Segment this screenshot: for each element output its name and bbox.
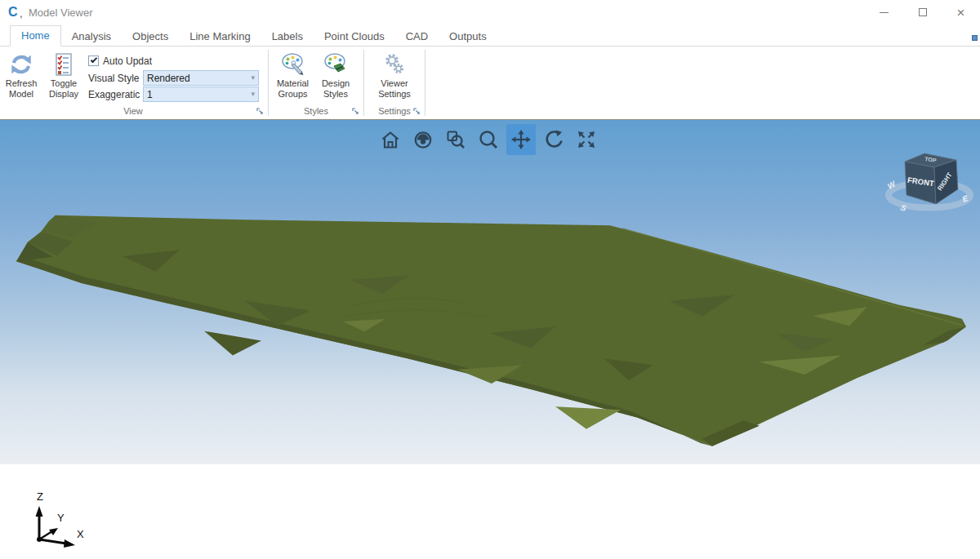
maximize-button[interactable] bbox=[903, 0, 942, 24]
ribbon-group-view: Refresh Model bbox=[0, 48, 266, 119]
tab-point-clouds[interactable]: Point Clouds bbox=[314, 27, 395, 47]
ribbon-group-separator bbox=[268, 50, 269, 116]
window-title: Model Viewer bbox=[29, 7, 93, 19]
axis-indicator: Z Y X bbox=[23, 482, 88, 557]
window-controls: × bbox=[865, 0, 980, 24]
pan-button[interactable] bbox=[506, 124, 536, 155]
minimize-button[interactable] bbox=[865, 0, 903, 24]
axis-y-label: Y bbox=[57, 512, 65, 524]
palette-swatch-icon bbox=[323, 51, 349, 78]
settings-group-label: Settings bbox=[378, 106, 411, 116]
tab-analysis[interactable]: Analysis bbox=[61, 27, 122, 47]
minimize-icon bbox=[880, 12, 889, 13]
tab-cad[interactable]: CAD bbox=[395, 27, 439, 47]
terrain-scene bbox=[0, 120, 980, 558]
view-cube[interactable]: TOP FRONT RIGHT W S E bbox=[884, 149, 975, 215]
app-logo-icon: C, bbox=[8, 5, 23, 20]
axis-z-label: Z bbox=[37, 490, 43, 503]
ribbon-group-separator bbox=[425, 50, 425, 116]
axis-x-label: X bbox=[77, 528, 84, 540]
design-styles-button[interactable]: Design Styles bbox=[315, 48, 356, 100]
viewport-toolbar bbox=[376, 124, 601, 155]
visual-style-label: Visual Style bbox=[88, 73, 143, 84]
tab-outputs[interactable]: Outputs bbox=[439, 27, 497, 47]
orbit-view-button[interactable] bbox=[408, 124, 438, 155]
toggle-display-button[interactable]: Toggle Display bbox=[42, 48, 85, 100]
home-view-button[interactable] bbox=[376, 124, 405, 155]
pan-arrows-icon bbox=[510, 129, 532, 150]
title-bar: C, Model Viewer × bbox=[0, 0, 980, 24]
refresh-icon bbox=[8, 51, 34, 78]
visual-style-dropdown[interactable]: Rendered ▾ bbox=[143, 70, 259, 86]
palette-pencil-icon bbox=[280, 51, 306, 78]
tab-line-marking[interactable]: Line Marking bbox=[179, 27, 261, 47]
dropdown-caret-icon: ▾ bbox=[251, 74, 255, 82]
styles-dialog-launcher-icon[interactable] bbox=[352, 107, 359, 117]
zoom-extents-button[interactable] bbox=[572, 124, 601, 155]
expand-arrows-icon bbox=[576, 129, 597, 150]
ribbon-group-separator bbox=[363, 50, 364, 116]
tab-home[interactable]: Home bbox=[10, 25, 61, 47]
styles-group-label: Styles bbox=[304, 106, 328, 116]
home-icon bbox=[380, 129, 401, 150]
rotate-view-button[interactable] bbox=[539, 124, 568, 155]
view-dialog-launcher-icon[interactable] bbox=[256, 107, 264, 117]
ribbon: Refresh Model bbox=[0, 47, 980, 119]
close-icon: × bbox=[957, 6, 965, 20]
auto-update-checkbox[interactable] bbox=[88, 55, 99, 66]
tab-objects[interactable]: Objects bbox=[122, 27, 179, 47]
toggle-display-icon bbox=[51, 51, 77, 78]
close-button[interactable]: × bbox=[942, 0, 980, 24]
zoom-button[interactable] bbox=[474, 124, 503, 155]
viewport-3d[interactable]: TOP FRONT RIGHT W S E Z Y X bbox=[0, 119, 980, 558]
ribbon-display-options-icon[interactable] bbox=[972, 35, 978, 41]
magnifier-icon bbox=[478, 129, 499, 150]
refresh-model-button[interactable]: Refresh Model bbox=[0, 48, 42, 100]
ribbon-group-styles: Material Groups Design Styles bbox=[270, 48, 362, 119]
orbit-eye-icon bbox=[412, 129, 434, 150]
ribbon-group-settings: Viewer Settings Settings bbox=[366, 48, 423, 119]
view-group-label: View bbox=[123, 106, 143, 116]
dropdown-caret-icon: ▾ bbox=[251, 91, 255, 98]
viewer-settings-button[interactable]: Viewer Settings bbox=[369, 48, 420, 100]
zoom-window-icon bbox=[445, 129, 466, 150]
maximize-icon bbox=[919, 8, 927, 16]
gears-icon bbox=[381, 51, 408, 78]
settings-dialog-launcher-icon[interactable] bbox=[413, 107, 421, 117]
tab-labels[interactable]: Labels bbox=[261, 27, 314, 47]
exaggeration-dropdown[interactable]: 1 ▾ bbox=[143, 87, 259, 102]
rotate-icon bbox=[543, 129, 564, 150]
auto-update-label: Auto Updat bbox=[103, 55, 152, 67]
exaggeration-label: Exaggeratic bbox=[88, 89, 143, 100]
ribbon-tab-bar: Home Analysis Objects Line Marking Label… bbox=[0, 24, 980, 47]
material-groups-button[interactable]: Material Groups bbox=[270, 48, 315, 100]
zoom-window-button[interactable] bbox=[441, 124, 470, 155]
